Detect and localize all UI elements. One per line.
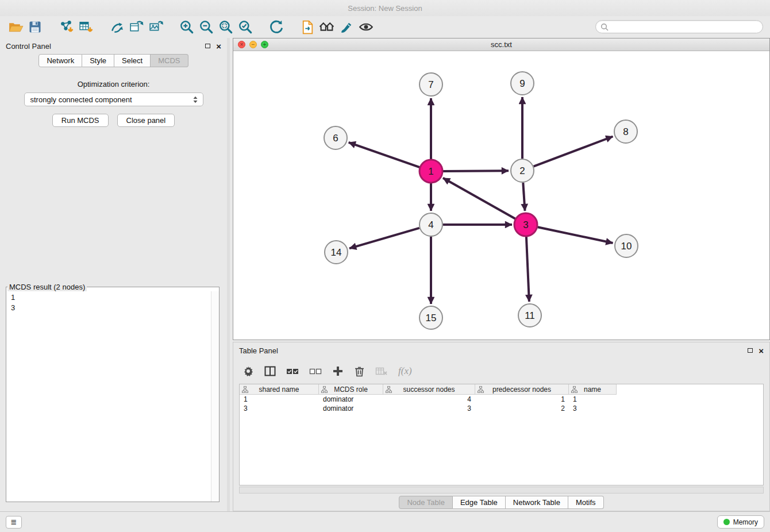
memory-status-dot <box>723 519 730 525</box>
table-cell[interactable]: 3 <box>383 404 475 413</box>
network-node-14[interactable]: 14 <box>325 241 348 264</box>
zoom-selected-icon[interactable] <box>236 18 255 36</box>
table-panel: Table Panel × <box>233 342 770 511</box>
delete-table-icon[interactable] <box>375 364 388 379</box>
table-cell[interactable]: 4 <box>383 395 475 404</box>
table-cell[interactable]: dominator <box>319 395 383 404</box>
task-list-icon[interactable]: ≣ <box>6 516 22 529</box>
network-node-4[interactable]: 4 <box>419 213 442 236</box>
network-node-15[interactable]: 15 <box>419 306 442 329</box>
table-tab-motifs[interactable]: Motifs <box>568 496 604 509</box>
first-neighbors-icon[interactable] <box>317 18 337 36</box>
network-edge-3-1[interactable] <box>443 178 515 219</box>
import-network-from-file-icon[interactable] <box>56 18 76 36</box>
save-session-icon[interactable] <box>25 18 45 36</box>
zoom-out-icon[interactable] <box>197 18 216 36</box>
table-cell[interactable]: 3 <box>569 404 617 413</box>
network-window-titlebar: × − + scc.txt <box>233 38 769 51</box>
control-tab-mcds[interactable]: MCDS <box>151 54 188 67</box>
select-all-icon[interactable] <box>286 364 299 379</box>
result-scrollbar[interactable] <box>211 291 219 502</box>
optimization-dropdown[interactable]: strongly connected component <box>24 92 203 106</box>
eye-icon[interactable] <box>356 18 376 36</box>
network-graph[interactable]: 7968124314101511 <box>233 51 769 340</box>
float-table-panel-icon[interactable] <box>748 348 753 353</box>
table-panel-header: Table Panel × <box>233 342 769 358</box>
svg-text:11: 11 <box>525 310 535 321</box>
svg-text:9: 9 <box>519 78 525 89</box>
table-tab-edge-table[interactable]: Edge Table <box>453 496 506 509</box>
table-cell[interactable]: 2 <box>475 404 569 413</box>
memory-button[interactable]: Memory <box>717 515 764 529</box>
network-node-6[interactable]: 6 <box>324 126 347 149</box>
zoom-in-icon[interactable] <box>177 18 197 36</box>
column-layout-icon[interactable] <box>264 364 276 379</box>
column-header-shared-name[interactable]: shared name <box>240 384 319 395</box>
control-tab-style[interactable]: Style <box>82 54 114 67</box>
float-panel-icon[interactable] <box>205 44 210 48</box>
open-file-icon[interactable] <box>6 18 25 36</box>
table-cell[interactable]: 1 <box>240 395 319 404</box>
column-header-MCDS-role[interactable]: MCDS role <box>319 384 383 395</box>
zoom-fit-icon[interactable] <box>216 18 236 36</box>
minimize-window-button[interactable]: − <box>249 41 257 48</box>
table-row[interactable]: 1dominator411 <box>240 395 763 404</box>
control-tab-select[interactable]: Select <box>114 54 151 67</box>
network-canvas[interactable]: 7968124314101511 <box>233 51 769 340</box>
network-node-11[interactable]: 11 <box>518 304 541 327</box>
network-edge-2-8[interactable] <box>534 137 613 167</box>
network-node-9[interactable]: 9 <box>511 72 534 95</box>
table-cell[interactable]: 3 <box>240 404 319 413</box>
table-cell[interactable]: 1 <box>569 395 617 404</box>
control-tab-network[interactable]: Network <box>38 54 82 67</box>
add-column-icon[interactable] <box>332 364 344 379</box>
close-panel-button[interactable]: Close panel <box>117 114 175 127</box>
column-header-predecessor-nodes[interactable]: predecessor nodes <box>475 384 569 395</box>
close-table-panel-icon[interactable]: × <box>759 346 764 355</box>
search-box[interactable] <box>595 20 763 33</box>
network-edge-2-3[interactable] <box>523 183 525 211</box>
table-horizontal-scrollbar[interactable] <box>239 487 764 494</box>
column-header-successor-nodes[interactable]: successor nodes <box>383 384 475 395</box>
close-window-button[interactable]: × <box>238 41 245 48</box>
copy-document-icon[interactable] <box>298 18 317 36</box>
table-panel-title: Table Panel <box>239 346 278 355</box>
network-node-2[interactable]: 2 <box>511 159 534 182</box>
deselect-all-icon[interactable] <box>309 364 322 379</box>
svg-text:10: 10 <box>621 241 632 252</box>
control-panel-title: Control Panel <box>6 42 51 51</box>
control-panel-tabs: NetworkStyleSelectMCDS <box>0 54 227 67</box>
network-node-10[interactable]: 10 <box>615 234 638 257</box>
dropdown-value: strongly connected component <box>30 95 191 104</box>
network-share-icon[interactable] <box>107 18 126 36</box>
apply-style-icon[interactable] <box>337 18 356 36</box>
network-edge-1-2[interactable] <box>443 171 509 171</box>
table-row[interactable]: 3dominator323 <box>240 404 763 413</box>
network-node-8[interactable]: 8 <box>614 120 637 143</box>
delete-selected-icon[interactable] <box>354 364 365 379</box>
table-cell[interactable]: 1 <box>475 395 569 404</box>
close-panel-icon[interactable]: × <box>216 42 221 51</box>
network-node-3[interactable]: 3 <box>514 213 537 236</box>
network-edge-3-11[interactable] <box>526 237 529 302</box>
table-tab-network-table[interactable]: Network Table <box>506 496 568 509</box>
export-image-icon[interactable] <box>146 18 165 36</box>
column-header-name[interactable]: name <box>569 384 617 395</box>
search-input[interactable] <box>611 22 758 31</box>
network-edge-3-10[interactable] <box>538 227 613 243</box>
network-edge-4-14[interactable] <box>349 228 419 248</box>
function-builder-icon[interactable]: f(x) <box>398 364 412 379</box>
mcds-result-title: MCDS result (2 nodes) <box>7 283 87 291</box>
new-network-icon[interactable] <box>126 18 146 36</box>
run-mcds-button[interactable]: Run MCDS <box>52 114 109 127</box>
settings-gear-icon[interactable] <box>242 364 254 379</box>
table-cell[interactable]: dominator <box>319 404 383 413</box>
network-edge-1-6[interactable] <box>349 142 420 167</box>
svg-text:1: 1 <box>428 166 433 177</box>
table-tab-node-table[interactable]: Node Table <box>399 496 453 509</box>
import-table-from-file-icon[interactable] <box>76 18 95 36</box>
refresh-layout-icon[interactable] <box>267 18 286 36</box>
network-node-7[interactable]: 7 <box>419 73 442 96</box>
network-node-1[interactable]: 1 <box>419 160 442 183</box>
zoom-window-button[interactable]: + <box>261 41 268 48</box>
